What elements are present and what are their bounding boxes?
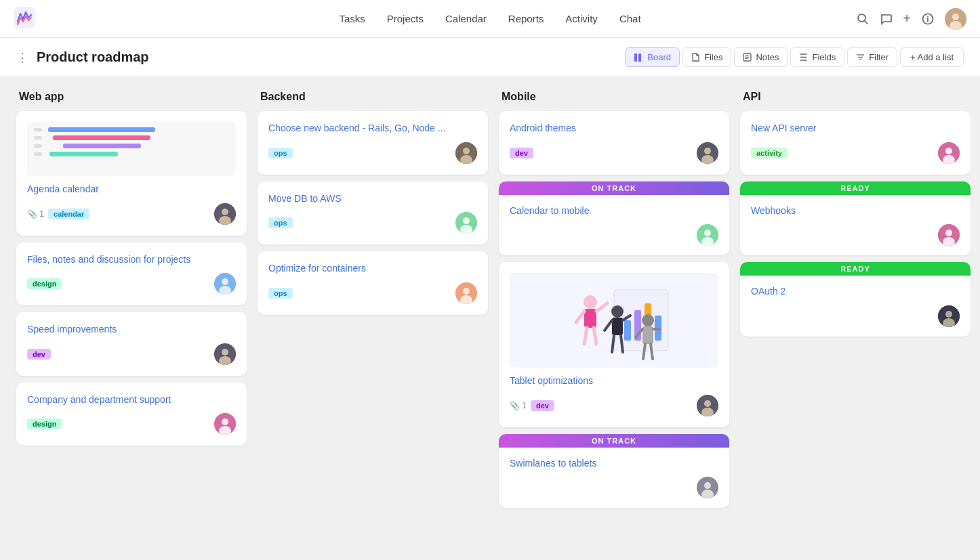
svg-point-7 bbox=[952, 14, 959, 20]
card-title: New API server bbox=[751, 122, 960, 135]
card-inner: OAuth 2 bbox=[740, 276, 971, 337]
user-avatar[interactable] bbox=[945, 8, 966, 30]
tag-dev[interactable]: dev bbox=[510, 148, 533, 158]
search-button[interactable] bbox=[857, 13, 869, 25]
nav-calendar[interactable]: Calendar bbox=[445, 13, 487, 24]
page-menu-icon[interactable]: ⋮ bbox=[16, 50, 28, 65]
card-choose-backend[interactable]: Choose new backend - Rails, Go, Node ...… bbox=[258, 111, 488, 175]
add-list-button[interactable]: + Add a list bbox=[900, 47, 964, 67]
add-button[interactable]: + bbox=[903, 11, 911, 26]
card-avatar bbox=[455, 282, 477, 304]
info-button[interactable] bbox=[922, 13, 934, 25]
logo[interactable] bbox=[14, 7, 35, 31]
card-title: Choose new backend - Rails, Go, Node ... bbox=[268, 122, 477, 135]
card-title: Agenda calendar bbox=[27, 183, 236, 196]
attachment-info: 📎 1 bbox=[27, 209, 44, 219]
status-banner-on-track: ON TRACK bbox=[499, 181, 729, 195]
svg-point-73 bbox=[704, 482, 711, 489]
card-oauth2[interactable]: READY OAuth 2 bbox=[740, 262, 971, 337]
nav-chat[interactable]: Chat bbox=[619, 13, 641, 24]
card-avatar bbox=[214, 343, 236, 365]
card-title: Tablet optimizations bbox=[510, 374, 718, 388]
card-tablet-optimizations[interactable]: Tablet optimizations 📎 1 dev bbox=[499, 262, 729, 427]
card-calendar-mobile[interactable]: ON TRACK Calendar to mobile bbox=[499, 181, 729, 256]
card-new-api-server[interactable]: New API server activity bbox=[740, 111, 971, 175]
add-list-label: + Add a list bbox=[910, 52, 954, 62]
card-footer: design bbox=[27, 273, 236, 295]
tag-ops[interactable]: ops bbox=[268, 288, 293, 299]
toolbar: Board Files Notes Fields Filter + Add a … bbox=[625, 47, 964, 67]
column-web-app: Web app bbox=[16, 91, 247, 548]
card-avatar bbox=[214, 203, 236, 225]
nav-links: Tasks Projects Calendar Reports Activity… bbox=[339, 13, 640, 24]
column-title-api: API bbox=[740, 91, 971, 103]
files-button[interactable]: Files bbox=[682, 47, 731, 67]
card-move-db[interactable]: Move DB to AWS ops bbox=[258, 181, 488, 245]
card-title: Calendar to mobile bbox=[510, 204, 718, 218]
card-title: Move DB to AWS bbox=[268, 192, 477, 206]
tag-ops[interactable]: ops bbox=[268, 217, 293, 228]
fields-button[interactable]: Fields bbox=[790, 47, 844, 67]
card-title: Company and department support bbox=[27, 393, 236, 407]
card-footer bbox=[751, 224, 960, 246]
card-company-dept[interactable]: Company and department support design bbox=[16, 383, 247, 446]
card-speed-improvements[interactable]: Speed improvements dev bbox=[16, 312, 247, 376]
page-title: Product roadmap bbox=[37, 49, 625, 65]
svg-point-23 bbox=[222, 278, 228, 285]
card-avatar bbox=[455, 142, 477, 164]
svg-point-26 bbox=[222, 349, 228, 356]
tag-design[interactable]: design bbox=[27, 418, 62, 429]
board-button[interactable]: Board bbox=[625, 47, 680, 67]
svg-point-44 bbox=[704, 230, 711, 236]
card-inner: Swimlanes to tablets bbox=[499, 448, 729, 509]
card-webhooks[interactable]: READY Webhooks bbox=[740, 181, 971, 256]
card-footer: 📎 1 calendar bbox=[27, 203, 236, 225]
card-title: Files, notes and discussion for projects bbox=[27, 253, 236, 267]
filter-button[interactable]: Filter bbox=[847, 47, 897, 67]
nav-right: + bbox=[857, 8, 966, 30]
svg-rect-9 bbox=[634, 53, 637, 62]
card-android-themes[interactable]: Android themes dev bbox=[499, 111, 729, 175]
svg-rect-64 bbox=[642, 326, 653, 344]
card-title: OAuth 2 bbox=[751, 285, 960, 299]
cards-api: New API server activity READY Webhooks bbox=[740, 111, 971, 337]
card-footer: dev bbox=[27, 343, 236, 365]
tag-dev[interactable]: dev bbox=[531, 400, 554, 411]
files-label: Files bbox=[704, 52, 722, 62]
card-footer: dev bbox=[510, 142, 718, 164]
nav-tasks[interactable]: Tasks bbox=[339, 13, 365, 24]
card-avatar bbox=[697, 224, 718, 246]
svg-point-20 bbox=[222, 209, 228, 215]
chat-icon-button[interactable] bbox=[880, 13, 892, 25]
svg-point-5 bbox=[927, 16, 928, 17]
card-footer: 📎 1 dev bbox=[510, 395, 718, 416]
tag-design[interactable]: design bbox=[27, 278, 62, 289]
nav-reports[interactable]: Reports bbox=[508, 13, 544, 24]
svg-rect-58 bbox=[612, 318, 623, 335]
card-files-notes[interactable]: Files, notes and discussion for projects… bbox=[16, 242, 247, 306]
tag-calendar[interactable]: calendar bbox=[48, 209, 89, 219]
column-title-web-app: Web app bbox=[16, 91, 247, 103]
cards-backend: Choose new backend - Rails, Go, Node ...… bbox=[258, 111, 488, 315]
card-title: Swimlanes to tablets bbox=[510, 457, 718, 471]
svg-line-61 bbox=[612, 335, 614, 352]
nav-activity[interactable]: Activity bbox=[565, 13, 598, 24]
nav-projects[interactable]: Projects bbox=[387, 13, 424, 24]
card-tags: 📎 1 dev bbox=[510, 400, 554, 411]
card-swimlanes[interactable]: ON TRACK Swimlanes to tablets bbox=[499, 434, 729, 509]
tag-dev[interactable]: dev bbox=[27, 349, 51, 360]
card-footer: ops bbox=[268, 142, 477, 164]
cards-web-app: Agenda calendar 📎 1 calendar Files, note… bbox=[16, 111, 247, 446]
card-avatar bbox=[697, 142, 718, 164]
card-tags: 📎 1 calendar bbox=[27, 209, 89, 219]
svg-point-35 bbox=[463, 217, 470, 224]
tag-ops[interactable]: ops bbox=[268, 148, 293, 158]
tag-activity[interactable]: activity bbox=[751, 148, 788, 158]
column-backend: Backend Choose new backend - Rails, Go, … bbox=[258, 91, 488, 548]
svg-point-76 bbox=[945, 148, 952, 154]
card-inner: Calendar to mobile bbox=[499, 195, 729, 256]
card-optimize-containers[interactable]: Optimize for containers ops bbox=[258, 251, 488, 315]
svg-point-38 bbox=[463, 288, 470, 295]
notes-button[interactable]: Notes bbox=[734, 47, 788, 67]
card-agenda-calendar[interactable]: Agenda calendar 📎 1 calendar bbox=[16, 111, 247, 236]
